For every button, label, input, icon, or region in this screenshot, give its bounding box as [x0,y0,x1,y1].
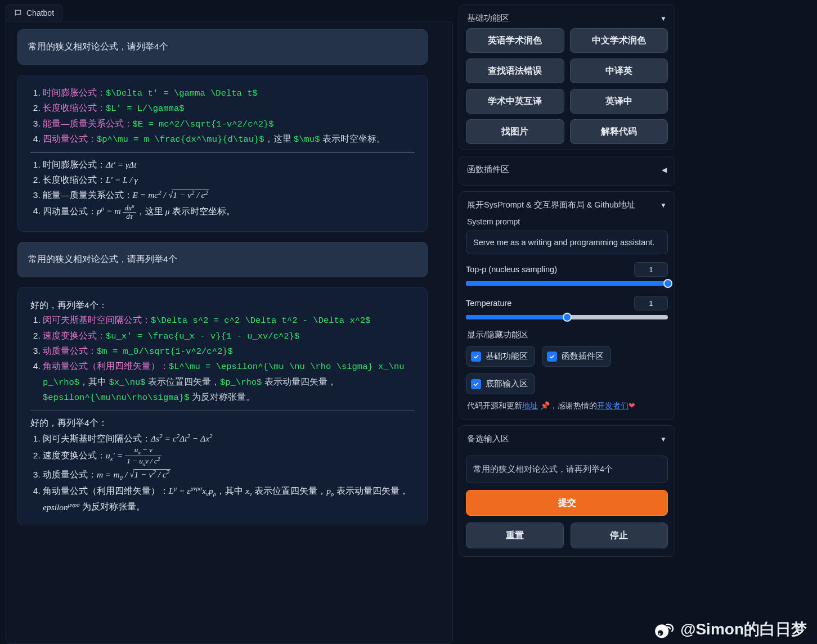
b2-eq3-label: 动质量公式： [43,346,97,355]
r3-label: 能量—质量关系公式： [43,190,133,200]
checkbox-checked-icon [471,379,481,389]
b2-eq3-latex: $m = m_0/\sqrt{1-v^2/c^2}$ [97,346,233,357]
topp-slider[interactable] [466,281,668,286]
panel-expand-header[interactable]: 展开SysPrompt & 交互界面布局 & Github地址 ▼ [466,197,668,215]
fn-btn-chinese-polish[interactable]: 中文学术润色 [570,28,668,53]
topp-value[interactable]: 1 [634,262,668,277]
chat-body: 常用的狭义相对论公式，请列举4个 时间膨胀公式：$\Delta t' = \ga… [6,21,453,644]
panel-basic-title: 基础功能区 [467,13,509,24]
topp-label: Top-p (nucleus sampling) [466,265,557,274]
stop-button[interactable]: 停止 [571,523,668,548]
b2-eq1-label: 闵可夫斯基时空间隔公式： [43,315,151,325]
b2-eq1-latex: $\Delta s^2 = c^2 \Delta t^2 - \Delta x^… [151,316,371,326]
eq4-label: 四动量公式： [43,134,97,143]
panel-plugin-title: 函数插件区 [467,164,509,175]
b2-eq2-latex: $u_x' = \frac{u_x - v}{1 - u_xv/c^2}$ [106,331,299,341]
eq3-latex: $E = mc^2/\sqrt{1-v^2/c^2}$ [133,119,274,129]
chevron-down-icon: ▼ [660,201,667,209]
pin-icon: 📌 [540,401,550,410]
tab-bar: Chatbot [6,4,453,21]
temperature-value[interactable]: 1 [634,296,668,310]
eq2-label: 长度收缩公式： [43,103,106,112]
panel-basic-functions: 基础功能区 ▼ 英语学术润色 中文学术润色 查找语法错误 中译英 学术中英互译 … [459,4,675,150]
temperature-label: Temperature [466,299,511,308]
fn-btn-en-to-zh[interactable]: 英译中 [570,89,668,114]
eq1-label: 时间膨胀公式： [43,88,106,97]
panel-alt-header[interactable]: 备选输入区 ▼ [466,431,668,449]
footer-line: 代码开源和更新地址 📌，感谢热情的开发者们❤ [467,401,667,411]
panel-expand: 展开SysPrompt & 交互界面布局 & Github地址 ▼ System… [459,191,675,420]
check-bottom-label: 底部输入区 [486,379,528,389]
panel-plugin-functions: 函数插件区 ◀ [459,156,675,186]
panel-expand-title: 展开SysPrompt & 交互界面布局 & Github地址 [467,200,635,210]
chat-bubble-icon [14,9,22,17]
footer-link-repo[interactable]: 地址 [522,401,538,410]
r4-tail: ，这里 μ 表示时空坐标。 [136,206,235,215]
reset-button[interactable]: 重置 [466,523,564,548]
r2-label: 长度收缩公式： [43,175,106,184]
bot-message-1: 时间膨胀公式：$\Delta t' = \gamma \Delta t$ 长度收… [17,75,428,232]
b2r4-math: Lμ = εμνρσxνpρ [169,486,216,496]
toggle-group-label: 显示/隐藏功能区 [467,330,668,340]
eq2-latex: $L' = L/\gamma$ [106,103,185,114]
watermark-text: @Simon的白日梦 [680,619,807,640]
user-message-2: 常用的狭义相对论公式，请再列举4个 [17,242,428,277]
eq4-tail: ，这里 $\mu$ 表示时空坐标。 [264,134,385,143]
b2r1-math: Δs2 = c2Δt2 − Δx2 [151,434,213,443]
eq3-label: 能量—质量关系公式： [43,119,133,128]
panel-alt-title: 备选输入区 [467,434,509,444]
b2r3-label: 动质量公式： [43,470,97,479]
b2r1-label: 闵可夫斯基时空间隔公式： [43,434,151,443]
system-prompt-label: System prompt [467,217,668,226]
chevron-down-icon: ▼ [660,435,667,443]
bot-message-2: 好的，再列举4个： 闵可夫斯基时空间隔公式：$\Delta s^2 = c^2 … [17,287,428,525]
fn-btn-find-image[interactable]: 找图片 [466,119,564,144]
b2-eq2-label: 速度变换公式： [43,331,106,340]
submit-button[interactable]: 提交 [466,490,668,516]
watermark: @Simon的白日梦 [653,618,807,641]
checkbox-checked-icon [471,352,481,362]
fn-btn-grammar-check[interactable]: 查找语法错误 [466,58,564,83]
check-basic-functions[interactable]: 基础功能区 [466,346,535,367]
b2-eq4-tail: ，其中 $x_\nu$ 表示位置四矢量，$p_\rho$ 表示动量四矢量，$ep… [43,377,336,402]
alt-input-textbox[interactable]: 常用的狭义相对论公式，请再列举4个 [466,456,668,483]
checkbox-checked-icon [547,352,557,362]
panel-plugin-header[interactable]: 函数插件区 ◀ [466,162,668,179]
b2r3-math: m = m0 / √1 − v2 / c2 [97,470,170,479]
r2-math: L′ = L / γ [106,175,138,184]
b2r4-label: 角动量公式（利用四维矢量）： [43,486,169,496]
fn-btn-explain-code[interactable]: 解释代码 [570,119,668,144]
heart-icon: ❤ [629,401,635,410]
bot2-intro: 好的，再列举4个： [30,298,415,313]
chevron-left-icon: ◀ [662,166,667,174]
b2r2-math: ux′ = ux − v1 − uxv / c2 [106,451,161,460]
eq4-latex: $p^\mu = m \frac{dx^\mu}{d\tau}$ [97,134,264,145]
panel-basic-header[interactable]: 基础功能区 ▼ [466,11,668,28]
fn-btn-academic-zh-en[interactable]: 学术中英互译 [466,89,564,114]
bot2-rendered-intro: 好的，再列举4个： [30,416,415,430]
system-prompt-input[interactable]: Serve me as a writing and programming as… [466,231,668,254]
check-basic-label: 基础功能区 [486,351,528,362]
r1-label: 时间膨胀公式： [43,160,106,169]
chevron-down-icon: ▼ [660,15,667,22]
check-plugin-label: 函数插件区 [562,351,604,362]
r1-math: Δt′ = γΔt [106,160,137,169]
b2-eq4-label: 角动量公式（利用四维矢量）： [43,361,169,371]
panel-alt-input: 备选输入区 ▼ 常用的狭义相对论公式，请再列举4个 提交 重置 停止 [459,425,675,557]
tab-label: Chatbot [26,8,54,17]
fn-btn-english-polish[interactable]: 英语学术润色 [466,28,564,53]
fn-btn-zh-to-en[interactable]: 中译英 [570,58,668,83]
check-plugin-functions[interactable]: 函数插件区 [542,346,611,367]
tab-chatbot[interactable]: Chatbot [6,4,62,21]
b2r2-label: 速度变换公式： [43,451,106,460]
r4-math: pμ = m dxμdτ [97,206,136,215]
r4-label: 四动量公式： [43,206,97,215]
eq1-latex: $\Delta t' = \gamma \Delta t$ [106,88,258,98]
user-message-1: 常用的狭义相对论公式，请列举4个 [17,29,428,65]
check-bottom-input[interactable]: 底部输入区 [466,373,535,394]
r3-math: E = mc2 / √1 − v2 / c2 [133,190,209,200]
temperature-slider[interactable] [466,315,668,319]
footer-link-devs[interactable]: 开发者们 [597,401,629,410]
